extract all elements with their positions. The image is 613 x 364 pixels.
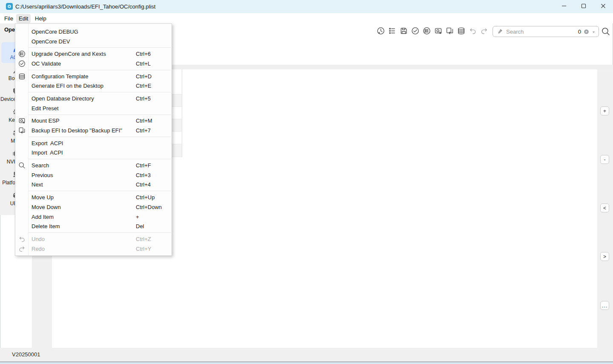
menu-item-label: OpenCore DEBUG [32,29,136,35]
options-list-icon[interactable] [388,26,397,35]
menu-item-label: Next [32,181,136,188]
title-bar: C:/Users/apriliars3/Downloads/EFI_Tahoe/… [0,0,613,13]
right-panel-button-[interactable]: - [600,155,609,164]
menu-item-next[interactable]: NextCtrl+4 [15,180,172,190]
menu-separator [29,92,171,92]
close-button[interactable] [593,0,613,13]
close-icon [601,3,606,10]
menu-item-label: Configuration Template [32,73,136,80]
menu-item-shortcut: + [136,214,172,220]
menu-item-shortcut: Ctrl+6 [136,51,172,57]
menu-item-shortcut: Ctrl+E [136,83,172,89]
menu-item-add-item[interactable]: Add Item+ [15,212,172,222]
backup-efi-icon [15,126,28,135]
database-icon[interactable] [457,26,466,35]
menu-separator [29,70,171,70]
redo-icon[interactable] [480,26,489,35]
menu-item-label: Redo [32,246,136,252]
menu-item-opencore-dev[interactable]: OpenCore DEV [15,37,172,46]
menu-item-upgrade-opencore-and-kexts[interactable]: Upgrade OpenCore and KextsCtrl+6 [15,49,172,59]
menu-item-label: OC Validate [32,60,136,67]
menu-item-mount-esp[interactable]: Mount ESPCtrl+M [15,116,172,126]
menu-item-redo[interactable]: RedoCtrl+Y [15,244,172,254]
right-panel-button-[interactable]: > [600,252,609,261]
save-icon[interactable] [399,26,408,35]
menu-item-label: Move Up [32,194,136,201]
menu-item-shortcut: Del [136,223,172,229]
maximize-button[interactable] [574,0,593,13]
redo-icon [15,245,28,253]
right-panel-button-[interactable]: ... [600,301,609,310]
brush-icon [496,28,503,35]
menu-item-label: Mount ESP [32,118,136,124]
maximize-icon [581,3,586,10]
status-bar: V20250001 [0,348,613,361]
menu-item-generate-efi-on-the-desktop[interactable]: Generate EFI on the DesktopCtrl+E [15,81,172,91]
menu-item-label: Upgrade OpenCore and Kexts [32,51,136,57]
app-window: C:/Users/apriliars3/Downloads/EFI_Tahoe/… [0,0,613,364]
menu-item-label: Move Down [32,204,136,210]
search-icon [15,161,28,169]
menu-item-label: Backup EFI to Desktop "Backup EFI" [32,127,136,134]
circled-list-icon[interactable] [422,26,431,35]
menubar-item-file[interactable]: File [2,14,16,23]
menu-item-configuration-template[interactable]: Configuration TemplateCtrl+D [15,72,172,81]
menu-separator [29,232,171,233]
version-label: V20250001 [12,348,40,361]
search-placeholder: Search [506,29,578,35]
minimize-button[interactable] [554,0,574,13]
menu-item-shortcut: Ctrl+D [136,73,172,80]
menu-item-label: Delete Item [32,223,136,229]
menu-separator [29,137,171,137]
right-panel-button-[interactable]: < [600,203,609,212]
menu-item-shortcut: Ctrl+4 [136,181,172,188]
menu-item-shortcut: Ctrl+Down [136,204,172,210]
mount-esp-icon [15,117,28,125]
menu-item-shortcut: Ctrl+L [136,60,172,67]
menu-item-move-down[interactable]: Move DownCtrl+Down [15,202,172,212]
menu-item-edit-preset[interactable]: Edit Preset [15,103,172,113]
search-button[interactable] [601,26,611,37]
menu-item-shortcut: Ctrl+Y [136,246,172,252]
menu-item-shortcut: Ctrl+5 [136,95,172,102]
menu-item-search[interactable]: SearchCtrl+F [15,161,172,170]
menubar-item-help[interactable]: Help [32,14,49,23]
menu-item-label: Add Item [32,214,136,220]
menu-item-open-database-directory[interactable]: Open Database DirectoryCtrl+5 [15,94,172,103]
search-dropdown-caret-icon[interactable] [591,29,596,34]
menu-item-export-acpi[interactable]: Export ACPI [15,138,172,148]
menu-item-backup-efi-to-desktop-backup-efi[interactable]: Backup EFI to Desktop "Backup EFI"Ctrl+7 [15,126,172,135]
right-panel-button-[interactable]: + [600,106,609,115]
menu-item-move-up[interactable]: Move UpCtrl+Up [15,192,172,202]
search-match-count: 0 [578,29,581,35]
menu-separator [29,191,171,191]
menu-item-shortcut: Ctrl+7 [136,127,172,134]
check-circle-icon[interactable] [411,26,420,35]
window-title: C:/Users/apriliars3/Downloads/EFI_Tahoe/… [15,0,155,13]
menu-item-oc-validate[interactable]: OC ValidateCtrl+L [15,59,172,69]
edit-menu-popup: OpenCore DEBUGOpenCore DEVUpgrade OpenCo… [15,23,172,256]
backup-efi-icon[interactable] [445,26,454,35]
menu-item-label: Export ACPI [32,140,136,146]
database-icon [15,72,28,80]
menubar-item-edit[interactable]: Edit [16,14,31,23]
menu-item-import-acpi[interactable]: Import ACPI [15,148,172,158]
menu-item-previous[interactable]: PreviousCtrl+3 [15,170,172,180]
mount-esp-icon[interactable] [434,26,443,35]
menu-item-shortcut: Ctrl+3 [136,172,172,178]
menu-item-label: Open Database Directory [32,95,136,102]
menu-item-opencore-debug[interactable]: OpenCore DEBUG [15,27,172,37]
circled-list-icon [15,50,28,58]
history-clock-icon[interactable] [376,26,385,35]
menu-item-shortcut: Ctrl+F [136,162,172,169]
menu-item-delete-item[interactable]: Delete ItemDel [15,221,172,231]
menu-item-label: Undo [32,236,136,242]
app-icon [6,3,13,10]
menu-separator [29,159,171,159]
check-circle-icon [15,60,28,68]
menu-item-undo[interactable]: UndoCtrl+Z [15,234,172,244]
clear-search-icon[interactable] [583,29,590,35]
search-input[interactable]: Search 0 [493,26,599,37]
undo-icon[interactable] [468,26,477,35]
window-controls [554,0,613,13]
